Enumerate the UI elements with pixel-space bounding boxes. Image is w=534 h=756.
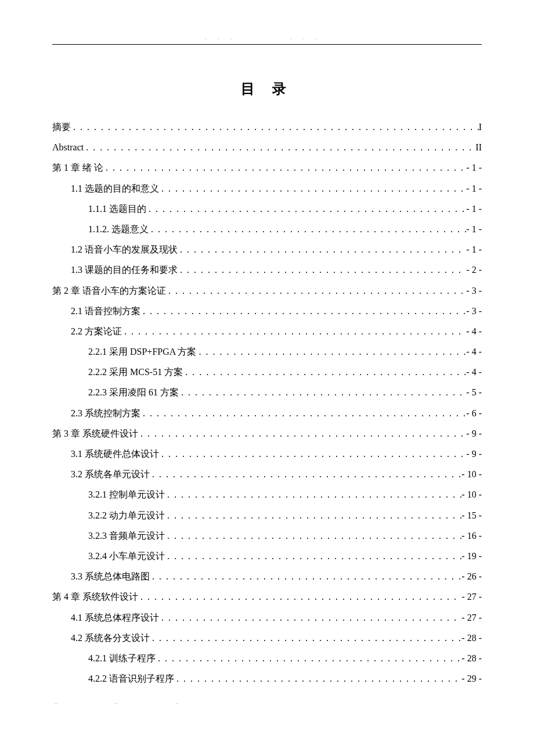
toc-entry: 3.2 系统各单元设计 - 10 - [52, 464, 482, 484]
toc-entry-label: 2.2.1 采用 DSP+FPGA 方案 [88, 341, 196, 362]
toc-entry-page: - 15 - [461, 505, 482, 525]
toc-entry-label: 2.2.3 采用凌阳 61 方案 [88, 382, 179, 402]
toc-entry-label: 1.1.2. 选题意义 [88, 219, 149, 239]
toc-entry: 2.2 方案论证 - 4 - [52, 321, 482, 341]
toc-entry: 第 2 章 语音小车的方案论证 - 3 - [52, 280, 482, 301]
toc-entry-label: 3.1 系统硬件总体设计 [71, 444, 159, 464]
toc-entry-page: - 1 - [466, 219, 482, 239]
toc-entry-label: 4.2.1 训练子程序 [88, 648, 156, 668]
toc-entry: 第 3 章 系统硬件设计 - 9 - [52, 423, 482, 444]
toc-page: ...... 目 录 摘要 IAbstract II第 1 章 绪 论 - 1 … [52, 35, 482, 705]
toc-entry-label: 摘要 [52, 117, 71, 137]
toc-entry-label: 3.2.4 小车单元设计 [88, 546, 165, 566]
toc-leader [165, 525, 461, 546]
toc-entry-label: 1.1 选题的目的和意义 [71, 178, 159, 199]
toc-leader [103, 157, 466, 178]
toc-entry-label: 4.2.2 语音识别子程序 [88, 668, 174, 689]
toc-entry: 1.1.2. 选题意义 - 1 - [52, 219, 482, 239]
toc-entry-label: 3.2.2 动力单元设计 [88, 505, 165, 525]
toc-leader [165, 484, 461, 505]
toc-entry: 2.2.2 采用 MCS-51 方案 - 4 - [52, 362, 482, 382]
toc-entry-page: - 1 - [466, 157, 482, 178]
toc-entry: 3.1 系统硬件总体设计 - 9 - [52, 444, 482, 464]
toc-leader [138, 586, 461, 607]
toc-entry-label: 3.2.3 音频单元设计 [88, 525, 165, 546]
toc-entry-page: - 9 - [466, 423, 482, 444]
toc-entry-page: - 16 - [461, 525, 482, 546]
toc-leader [140, 301, 466, 321]
toc-entry-page: - 6 - [466, 403, 482, 423]
toc-entry-label: 3.2.1 控制单元设计 [88, 484, 165, 505]
toc-entry: 3.2.4 小车单元设计 - 19 - [52, 546, 482, 566]
toc-entry-page: - 4 - [466, 321, 482, 341]
toc-leader [178, 239, 466, 260]
toc-leader [165, 505, 461, 525]
toc-entry-label: 2.3 系统控制方案 [71, 403, 140, 423]
toc-entry: 4.2 系统各分支设计 - 28 - [52, 628, 482, 648]
toc-entry: 1.2 语音小车的发展及现状 - 1 - [52, 239, 482, 260]
toc-entry: 第 4 章 系统软件设计 - 27 - [52, 586, 482, 607]
toc-entry-page: - 1 - [466, 199, 482, 219]
toc-leader [196, 341, 466, 362]
toc-entry-page: - 10 - [461, 484, 482, 505]
toc-entry: 3.2.2 动力单元设计 - 15 - [52, 505, 482, 525]
toc-entry-page: - 1 - [466, 178, 482, 199]
toc-leader [166, 280, 466, 301]
toc-title: 目 录 [52, 80, 482, 98]
toc-entry-label: 3.2 系统各单元设计 [71, 464, 150, 484]
toc-leader [174, 668, 461, 689]
toc-entry-page: - 5 - [466, 382, 482, 402]
toc-entry: 摘要 I [52, 117, 482, 137]
toc-entry-label: 4.2 系统各分支设计 [71, 628, 150, 648]
toc-leader [165, 546, 461, 566]
toc-entry: 4.1 系统总体程序设计 - 27 - [52, 607, 482, 628]
footer-ornament: ...... [52, 699, 482, 705]
toc-entry-label: 2.2 方案论证 [71, 321, 122, 341]
toc-entry-page: - 28 - [461, 648, 482, 668]
toc-leader [179, 382, 466, 402]
toc-leader [150, 464, 461, 484]
toc-entry-page: - 27 - [461, 607, 482, 628]
header-rule [52, 44, 482, 45]
toc-leader [159, 607, 461, 628]
toc-entry: 2.1 语音控制方案 - 3 - [52, 301, 482, 321]
toc-entry-page: - 3 - [466, 280, 482, 301]
header-ornament: ...... [52, 35, 482, 44]
toc-entry-label: 1.1.1 选题目的 [88, 199, 146, 219]
toc-entry-page: - 27 - [461, 586, 482, 607]
toc-entry-label: 2.2.2 采用 MCS-51 方案 [88, 362, 183, 382]
toc-entry: 4.2.1 训练子程序 - 28 - [52, 648, 482, 668]
toc-leader [159, 178, 466, 199]
toc-entry-page: - 2 - [466, 260, 482, 280]
toc-leader [149, 219, 466, 239]
toc-entry: 1.3 课题的目的任务和要求 - 2 - [52, 260, 482, 280]
toc-entry-page: - 3 - [466, 301, 482, 321]
toc-entry-page: - 10 - [461, 464, 482, 484]
toc-entry-page: - 26 - [461, 566, 482, 586]
toc-leader [122, 321, 466, 341]
toc-leader [156, 648, 461, 668]
toc-entry: 1.1 选题的目的和意义 - 1 - [52, 178, 482, 199]
toc-entry: 2.3 系统控制方案 - 6 - [52, 403, 482, 423]
toc-entry-label: 1.3 课题的目的任务和要求 [71, 260, 178, 280]
toc-entry-label: 第 4 章 系统软件设计 [52, 586, 138, 607]
toc-list: 摘要 IAbstract II第 1 章 绪 论 - 1 -1.1 选题的目的和… [52, 117, 482, 689]
toc-leader [140, 403, 466, 423]
toc-entry: 3.2.3 音频单元设计 - 16 - [52, 525, 482, 546]
toc-entry-page: - 19 - [461, 546, 482, 566]
toc-entry: 2.2.3 采用凌阳 61 方案 - 5 - [52, 382, 482, 402]
toc-entry: 4.2.2 语音识别子程序 - 29 - [52, 668, 482, 689]
toc-entry: 3.3 系统总体电路图 - 26 - [52, 566, 482, 586]
toc-entry-page: - 4 - [466, 341, 482, 362]
toc-entry-label: 1.2 语音小车的发展及现状 [71, 239, 178, 260]
toc-entry: 第 1 章 绪 论 - 1 - [52, 157, 482, 178]
toc-entry-page: - 9 - [466, 444, 482, 464]
toc-entry-page: II [475, 137, 482, 157]
toc-entry-page: - 1 - [466, 239, 482, 260]
toc-entry-label: 第 2 章 语音小车的方案论证 [52, 280, 166, 301]
toc-leader [159, 444, 466, 464]
toc-entry: 1.1.1 选题目的 - 1 - [52, 199, 482, 219]
toc-entry: Abstract II [52, 137, 482, 157]
toc-entry-page: - 29 - [461, 668, 482, 689]
toc-leader [84, 137, 475, 157]
